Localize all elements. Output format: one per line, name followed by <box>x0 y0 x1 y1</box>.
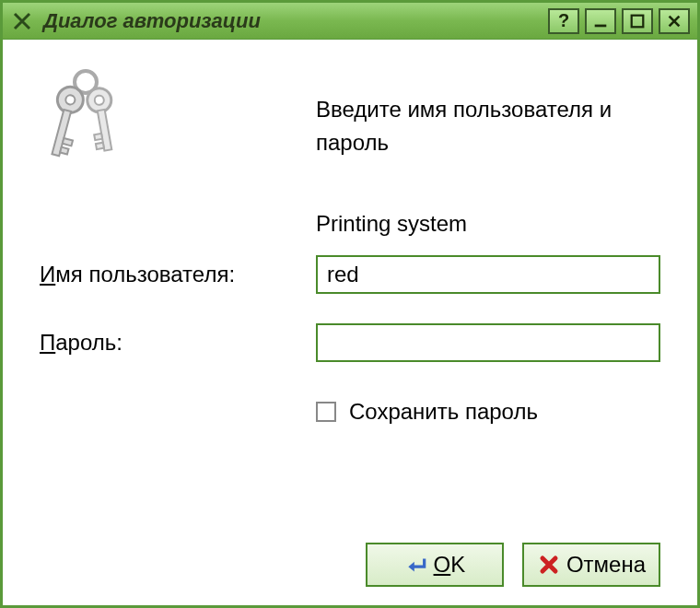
help-button[interactable]: ? <box>548 8 579 34</box>
password-row: Пароль: <box>40 323 660 362</box>
titlebar: Диалог авторизации ? <box>3 3 697 40</box>
username-label: Имя пользователя: <box>40 262 316 287</box>
app-x-icon <box>10 9 34 33</box>
auth-dialog-window: Диалог авторизации ? <box>0 0 700 608</box>
action-buttons: OK Отмена <box>40 543 660 587</box>
save-password-row: Сохранить пароль <box>316 399 660 425</box>
svg-rect-0 <box>595 24 607 27</box>
dialog-content: Введите имя пользователя и пароль Printi… <box>3 40 697 605</box>
save-password-label[interactable]: Сохранить пароль <box>349 399 538 425</box>
subsystem-text: Printing system <box>316 211 660 237</box>
svg-rect-1 <box>632 15 644 27</box>
cancel-x-icon <box>537 553 561 577</box>
ok-button[interactable]: OK <box>366 543 504 587</box>
window-controls: ? <box>548 8 690 34</box>
keys-icon-container <box>40 65 316 189</box>
keys-icon <box>40 65 141 185</box>
svg-rect-7 <box>60 147 68 155</box>
ok-enter-icon <box>404 553 428 577</box>
svg-rect-11 <box>94 134 102 140</box>
svg-point-9 <box>94 95 105 106</box>
save-password-checkbox[interactable] <box>316 402 336 422</box>
maximize-button[interactable] <box>622 8 653 34</box>
username-row: Имя пользователя: <box>40 255 660 294</box>
minimize-button[interactable] <box>585 8 616 34</box>
window-title: Диалог авторизации <box>43 9 548 33</box>
password-input[interactable] <box>316 323 660 362</box>
password-label: Пароль: <box>40 330 316 356</box>
intro-row: Введите имя пользователя и пароль Printi… <box>40 65 660 237</box>
username-input[interactable] <box>316 255 660 294</box>
prompt-text: Введите имя пользователя и пароль <box>316 93 660 159</box>
svg-rect-12 <box>96 143 104 149</box>
cancel-button[interactable]: Отмена <box>522 543 660 587</box>
close-button[interactable] <box>659 8 690 34</box>
intro-column: Введите имя пользователя и пароль Printi… <box>316 65 660 237</box>
svg-rect-6 <box>63 138 73 146</box>
